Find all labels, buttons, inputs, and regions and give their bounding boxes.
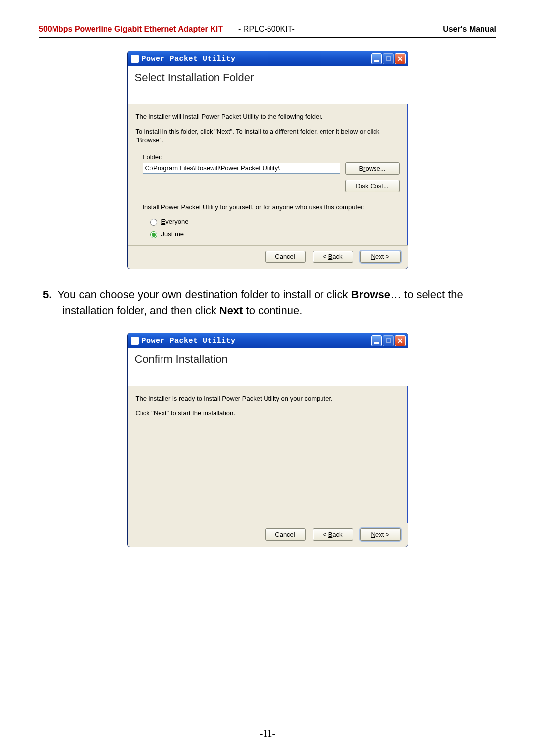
confirm-line-1: The installer is ready to install Power … bbox=[136, 394, 400, 403]
cancel-button[interactable]: Cancel bbox=[265, 251, 306, 263]
radio-everyone-input[interactable] bbox=[150, 219, 157, 226]
model-prefix bbox=[225, 25, 238, 33]
model-number: RPLC-500KIT- bbox=[243, 25, 295, 33]
dialog-footer: Cancel < Back Next > bbox=[128, 523, 408, 547]
document-header: 500Mbps Powerline Gigabit Ethernet Adapt… bbox=[39, 25, 496, 36]
cancel-button[interactable]: Cancel bbox=[265, 528, 306, 541]
back-button[interactable]: < Back bbox=[313, 251, 353, 263]
step-5-text: 5. You can choose your own destination f… bbox=[39, 286, 496, 319]
installer-dialog-confirm: Power Packet Utility ✕ Confirm Installat… bbox=[127, 333, 408, 547]
minimize-button[interactable] bbox=[371, 53, 382, 64]
window-controls: ✕ bbox=[371, 53, 406, 64]
model-dash: - bbox=[238, 25, 243, 33]
back-button[interactable]: < Back bbox=[313, 528, 353, 541]
dialog-header: Confirm Installation bbox=[128, 348, 408, 386]
close-button[interactable]: ✕ bbox=[395, 53, 406, 64]
close-button[interactable]: ✕ bbox=[395, 335, 406, 346]
header-divider bbox=[39, 37, 496, 38]
maximize-button bbox=[383, 335, 394, 346]
confirm-line-2: Click "Next" to start the installation. bbox=[136, 409, 400, 418]
folder-row: Folder: Browse... Disk Cost... bbox=[136, 153, 400, 192]
next-button[interactable]: Next > bbox=[360, 251, 401, 263]
window-title: Power Packet Utility bbox=[142, 337, 371, 345]
install-for-text: Install Power Packet Utility for yoursel… bbox=[143, 203, 400, 212]
product-title: 500Mbps Powerline Gigabit Ethernet Adapt… bbox=[39, 25, 223, 33]
install-for-section: Install Power Packet Utility for yoursel… bbox=[136, 203, 400, 239]
intro-line-1: The installer will install Power Packet … bbox=[136, 112, 400, 121]
window-controls: ✕ bbox=[371, 335, 406, 346]
minimize-button[interactable] bbox=[371, 335, 382, 346]
page-number: -11- bbox=[0, 728, 535, 739]
dialog-body: The installer is ready to install Power … bbox=[128, 386, 408, 523]
maximize-button bbox=[383, 53, 394, 64]
app-icon bbox=[131, 337, 139, 345]
window-title: Power Packet Utility bbox=[142, 55, 371, 63]
dialog-heading: Select Installation Folder bbox=[135, 71, 401, 84]
dialog-heading: Confirm Installation bbox=[135, 353, 401, 366]
disk-cost-button[interactable]: Disk Cost... bbox=[345, 180, 400, 192]
next-button[interactable]: Next > bbox=[360, 528, 401, 541]
folder-input[interactable] bbox=[143, 163, 340, 174]
radio-everyone[interactable]: Everyone bbox=[148, 217, 400, 226]
titlebar[interactable]: Power Packet Utility ✕ bbox=[128, 333, 408, 348]
dialog-footer: Cancel < Back Next > bbox=[128, 245, 408, 269]
dialog-body: The installer will install Power Packet … bbox=[128, 104, 408, 245]
installer-dialog-select-folder: Power Packet Utility ✕ Select Installati… bbox=[127, 51, 408, 269]
dialog-header: Select Installation Folder bbox=[128, 66, 408, 104]
titlebar[interactable]: Power Packet Utility ✕ bbox=[128, 51, 408, 66]
manual-label: User's Manual bbox=[443, 25, 496, 34]
browse-button[interactable]: Browse... bbox=[345, 162, 400, 175]
radio-just-me-input[interactable] bbox=[150, 231, 157, 238]
app-icon bbox=[131, 55, 139, 63]
folder-label: Folder: bbox=[143, 153, 340, 161]
radio-just-me[interactable]: Just me bbox=[148, 230, 400, 238]
intro-line-2: To install in this folder, click "Next".… bbox=[136, 127, 400, 145]
